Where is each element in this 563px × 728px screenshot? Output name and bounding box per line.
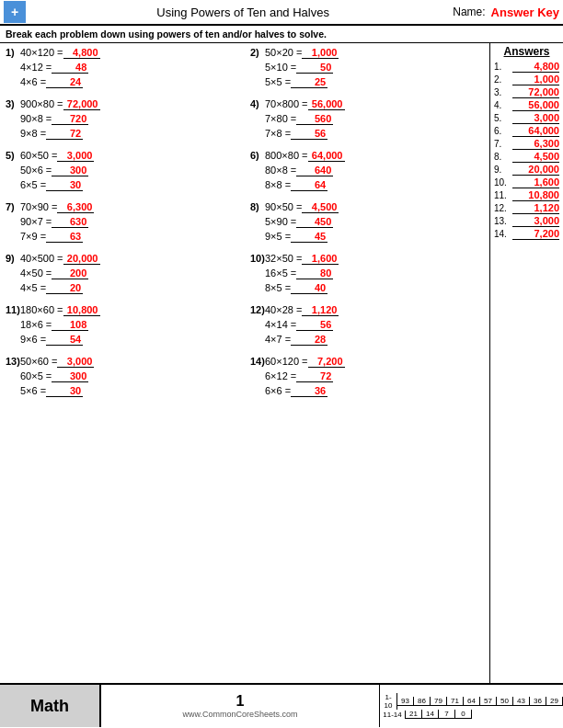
equation-text: 5×5 = [265,76,291,87]
equation-text: 4×14 = [265,319,296,330]
equation-text: 60×50 = [20,150,57,161]
problem-row: 5×6 = 30 [6,385,239,400]
problem-row: 90×7 = 630 [6,216,239,231]
problem-row: 8×5 = 40 [250,282,484,297]
answer-value: 50 [296,62,333,74]
answer-value: 640 [296,165,333,176]
score-row-2: 11-14211470 [380,710,563,719]
equation-text: 7×80 = [265,113,296,124]
footer-math-label: Math [0,685,101,727]
score-cell: 0 [455,710,472,719]
answer-value: 72 [296,370,333,382]
answer-item-value: 4,500 [512,151,559,163]
answer-item-value: 10,800 [512,189,559,201]
answer-value: 56 [291,128,327,140]
left-problems: 1)40×120 = 4,8004×12 = 484×6 = 243)900×8… [0,43,245,683]
answer-value: 64 [291,179,327,191]
problem-row: 9×8 = 72 [6,128,239,142]
equation-text: 7×9 = [20,231,46,242]
problem-row: 7×80 = 560 [250,113,484,128]
equation-text: 4×7 = [265,334,291,345]
equation-text: 9×5 = [265,231,291,242]
answer-item-number: 12. [494,203,512,213]
answer-item: 9.20,000 [494,164,559,176]
problem-number: 6) [250,150,265,161]
answer-value: 64,000 [308,150,345,162]
problem-row: 6×6 = 36 [250,385,484,400]
answer-value: 28 [291,334,327,346]
answer-item-number: 3. [494,87,512,97]
answer-value: 1,000 [302,47,339,59]
problem-row: 6×5 = 30 [6,179,239,194]
answer-value: 200 [52,267,88,279]
answer-item-number: 9. [494,165,512,175]
problem-number: 13) [6,356,20,367]
answer-item: 13.3,000 [494,215,559,227]
equation-text: 18×6 = [20,319,52,330]
equation-text: 5×6 = [20,385,46,396]
equation-text: 800×80 = [265,150,308,161]
answer-item-number: 6. [494,126,512,136]
answer-value: 630 [52,216,88,228]
answer-value: 63 [46,231,83,243]
problem-row: 4×50 = 200 [6,267,239,282]
answer-item: 1.4,800 [494,61,559,73]
answer-item: 8.4,500 [494,151,559,163]
problem-block: 2)50×20 = 1,0005×10 = 505×5 = 25 [250,47,484,91]
problem-row: 5)60×50 = 3,000 [6,150,239,165]
equation-text: 50×20 = [265,47,302,58]
answer-value: 6,300 [57,201,94,213]
problem-number: 2) [250,47,265,58]
answer-item-value: 1,120 [512,202,559,214]
answer-item: 3.72,000 [494,86,559,98]
answer-value: 720 [52,113,88,125]
problem-block: 11)180×60 = 10,80018×6 = 1089×6 = 54 [6,304,239,348]
answer-value: 4,800 [63,47,100,59]
problem-row: 10)32×50 = 1,600 [250,253,484,267]
answer-value: 108 [52,319,88,331]
equation-text: 6×6 = [265,385,291,396]
answer-value: 3,000 [57,356,94,368]
problem-row: 12)40×28 = 1,120 [250,304,484,319]
equation-text: 5×90 = [265,216,296,227]
footer: Math 1 www.CommonCoreSheets.com 1-109386… [0,683,563,727]
equation-text: 80×8 = [265,165,296,176]
problem-row: 4×6 = 24 [6,76,239,91]
problem-row: 9×5 = 45 [250,231,484,245]
problem-block: 9)40×500 = 20,0004×50 = 2004×5 = 20 [6,253,239,297]
equation-text: 5×10 = [265,62,296,73]
answer-item: 10.1,600 [494,176,559,188]
score-row-1: 1-1093867971645750433629 [380,693,563,710]
problem-row: 5×10 = 50 [250,62,484,76]
equation-text: 90×7 = [20,216,52,227]
answer-value: 72,000 [63,98,100,110]
answer-value: 25 [291,76,327,88]
header-title: Using Powers of Ten and Halves [33,6,453,19]
answer-item-value: 64,000 [512,125,559,137]
equation-text: 40×28 = [265,304,302,315]
equation-text: 4×50 = [20,267,52,279]
problem-row: 8)90×50 = 4,500 [250,201,484,216]
answer-item-number: 13. [494,216,512,226]
answer-item-value: 72,000 [512,86,559,98]
answer-item-value: 1,600 [512,176,559,188]
equation-text: 9×6 = [20,334,46,345]
problem-block: 10)32×50 = 1,60016×5 = 808×5 = 40 [250,253,484,297]
answer-item-number: 11. [494,190,512,200]
answer-value: 1,120 [302,304,339,316]
problem-number: 8) [250,201,265,212]
footer-center: 1 www.CommonCoreSheets.com [101,685,379,727]
problem-row: 16×5 = 80 [250,267,484,282]
answer-item-value: 1,000 [512,74,559,85]
answers-column: Answers 1.4,8002.1,0003.72,0004.56,0005.… [489,43,563,683]
problem-row: 5×90 = 450 [250,216,484,231]
score-cell: 71 [447,697,464,706]
answer-item: 5.3,000 [494,112,559,124]
equation-text: 40×120 = [20,47,63,58]
score-cell: 14 [422,710,439,719]
equation-text: 4×5 = [20,282,46,293]
answer-item-value: 4,800 [512,61,559,73]
answer-item-value: 20,000 [512,164,559,176]
logo: + [4,1,26,23]
problem-block: 4)70×800 = 56,0007×80 = 5607×8 = 56 [250,98,484,142]
